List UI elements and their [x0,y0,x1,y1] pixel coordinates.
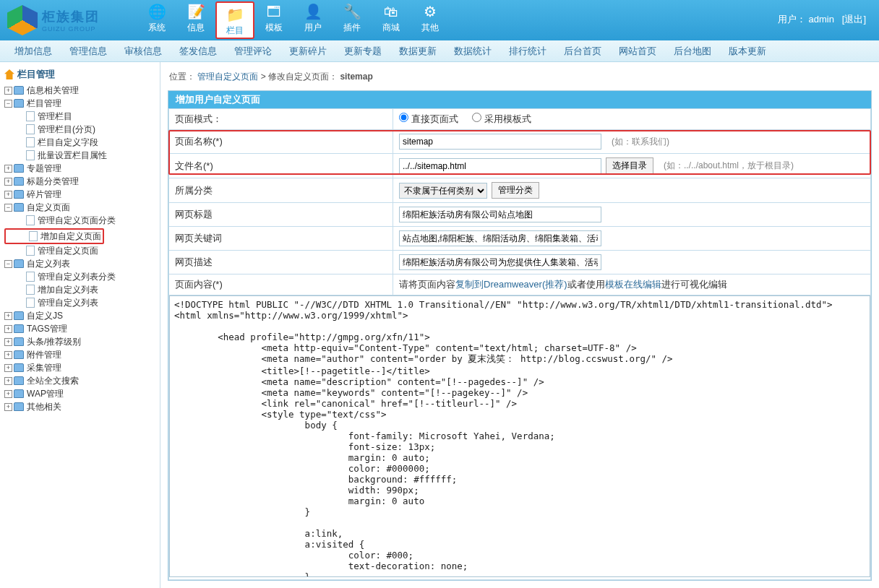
expand-icon[interactable]: + [4,325,12,333]
input-description[interactable] [399,254,601,270]
submenu-item[interactable]: 增加信息 [6,40,61,62]
top-nav-label: 用户 [304,22,322,34]
radio-direct[interactable] [399,113,408,122]
submenu-item[interactable]: 审核信息 [116,40,171,62]
radio-template[interactable] [472,113,481,122]
breadcrumb-link[interactable]: 管理自定义页面 [197,72,258,82]
top-nav-信息[interactable]: 📝信息 [176,0,215,40]
top-nav-模板[interactable]: 🗔模板 [254,0,293,40]
tree-row[interactable]: +自定义JS [4,309,160,322]
expand-icon[interactable]: + [4,312,12,320]
expand-icon[interactable]: + [4,87,12,95]
submenu-item[interactable]: 签发信息 [171,40,226,62]
label-kw: 网页关键词 [169,227,393,251]
tree-row[interactable]: 栏目自定义字段 [4,136,160,149]
sidebar-title: 栏目管理 [3,65,160,84]
breadcrumb-prefix: 位置： [169,72,195,82]
tree-row[interactable]: +专题管理 [4,162,160,175]
submenu-item[interactable]: 管理评论 [226,40,280,62]
top-nav-栏目[interactable]: 📁栏目 [215,1,254,39]
tree-node: 栏目自定义字段 [4,136,160,149]
submenu-item[interactable]: 数据更新 [390,40,445,62]
content-link-tpl[interactable]: 模板在线编辑 [605,279,661,290]
page-icon [26,137,35,147]
content-prefix: 请将页面内容 [399,279,455,290]
expand-icon[interactable]: + [4,390,12,398]
tree-row[interactable]: −自定义列表 [4,257,160,270]
top-nav-用户[interactable]: 👤用户 [293,0,333,40]
expand-icon[interactable]: + [4,165,12,173]
collapse-icon[interactable]: − [4,204,12,212]
input-file-name[interactable] [399,158,601,174]
logout-link[interactable]: [退出] [842,14,866,25]
top-nav-商城[interactable]: 🛍商城 [372,0,411,40]
row-mode: 页面模式： 直接页面式 采用模板式 [169,109,871,130]
expand-icon[interactable]: + [4,377,12,385]
manage-cat-button[interactable]: 管理分类 [492,182,539,199]
tree-row[interactable]: −栏目管理 [4,97,160,110]
expand-icon[interactable]: + [4,191,12,199]
tree-row[interactable]: 管理自定义列表 [4,296,160,309]
top-nav-其他[interactable]: ⚙其他 [411,0,450,40]
cell-code [169,295,871,580]
tree-row[interactable]: +WAP管理 [4,387,160,400]
select-category[interactable]: 不隶属于任何类别 [399,183,487,199]
tree-node: +自定义JS [4,309,160,322]
label-title: 网页标题 [169,203,393,227]
collapse-icon[interactable]: − [4,100,12,108]
tree-node: +WAP管理 [4,387,160,400]
submenu-item[interactable]: 网站首页 [610,40,665,62]
content-link-dw[interactable]: 复制到Dreamweaver(推荐) [455,279,567,290]
tree-row[interactable]: +TAGS管理 [4,322,160,335]
expand-icon[interactable]: + [4,403,12,411]
tree-node: 批量设置栏目属性 [4,149,160,162]
tree-row[interactable]: −自定义页面 [4,201,160,214]
tree-row[interactable]: +附件管理 [4,348,160,361]
expand-icon[interactable]: + [4,178,12,186]
expand-icon[interactable]: + [4,364,12,372]
input-page-name[interactable] [399,134,601,150]
top-nav-系统[interactable]: 🌐系统 [137,0,176,40]
logo-icon [7,5,38,35]
submenu-item[interactable]: 后台首页 [555,40,610,62]
top-nav-插件[interactable]: 🔧插件 [333,0,372,40]
tree-row[interactable]: 增加自定义页面 [4,228,104,244]
tree-label: 管理栏目 [38,110,72,123]
tree-row[interactable]: +标题分类管理 [4,175,160,188]
tree-row[interactable]: 管理栏目 [4,110,160,123]
expand-icon[interactable]: + [4,338,12,346]
submenu-item[interactable]: 数据统计 [445,40,500,62]
radio-template-wrap[interactable]: 采用模板式 [472,113,531,124]
select-dir-button[interactable]: 选择目录 [606,157,653,174]
submenu-item[interactable]: 版本更新 [720,40,775,62]
tree-row[interactable]: +全站全文搜索 [4,374,160,387]
tree-row[interactable]: +采集管理 [4,361,160,374]
tree-label: 自定义列表 [27,257,70,270]
expand-icon[interactable]: + [4,351,12,359]
tree-row[interactable]: 管理自定义页面 [4,244,160,257]
tree-row[interactable]: 批量设置栏目属性 [4,149,160,162]
input-web-title[interactable] [399,207,601,222]
form-footer: 提交 重置 [168,581,872,588]
input-keywords[interactable] [399,230,601,246]
collapse-icon[interactable]: − [4,260,12,268]
submenu-item[interactable]: 后台地图 [665,40,720,62]
submenu-item[interactable]: 更新碎片 [280,40,335,62]
tree-node: +碎片管理 [4,188,160,201]
tree-node: 管理自定义页面分类 [4,214,160,227]
form-panel: 增加用户自定义页面 页面模式： 直接页面式 采用模 [168,90,872,581]
tree-row[interactable]: +碎片管理 [4,188,160,201]
tree-row[interactable]: 增加自定义列表 [4,283,160,296]
tree-row[interactable]: +信息相关管理 [4,84,160,97]
tree-row[interactable]: +头条/推荐级别 [4,335,160,348]
submenu-item[interactable]: 管理信息 [61,40,116,62]
tree-node: 管理栏目 [4,110,160,123]
tree-row[interactable]: +其他相关 [4,400,160,413]
submenu-item[interactable]: 更新专题 [335,40,390,62]
tree-row[interactable]: 管理自定义列表分类 [4,270,160,283]
tree-row[interactable]: 管理栏目(分页) [4,123,160,136]
tree-row[interactable]: 管理自定义页面分类 [4,214,160,227]
submenu-item[interactable]: 排行统计 [500,40,555,62]
textarea-page-content[interactable] [169,295,870,577]
radio-direct-wrap[interactable]: 直接页面式 [399,113,460,124]
